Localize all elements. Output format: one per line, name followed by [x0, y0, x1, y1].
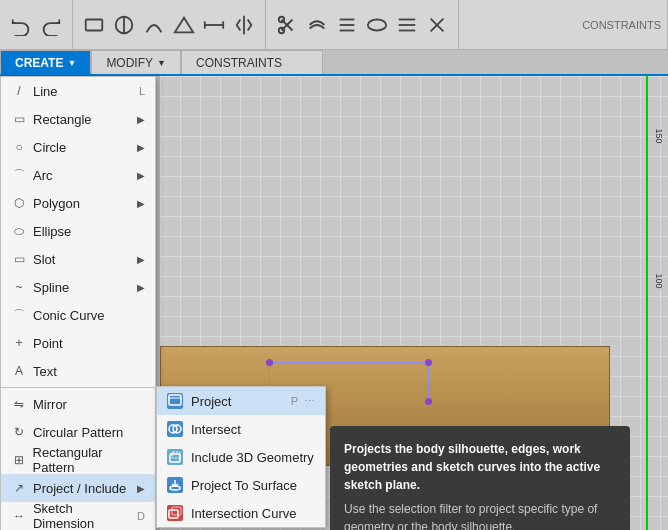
svg-marker-3 — [175, 17, 193, 32]
sketch-dimension-icon: ↔ — [11, 508, 27, 524]
tab-modify[interactable]: MODIFY ▼ — [91, 50, 181, 74]
arc-tool-icon[interactable] — [139, 7, 169, 43]
menu-item-rectangle[interactable]: ▭ Rectangle ▶ — [1, 105, 155, 133]
intersect-submenu-icon — [167, 421, 183, 437]
menu-item-sketch-dimension[interactable]: ↔ Sketch Dimension D — [1, 502, 155, 530]
svg-point-15 — [368, 19, 386, 30]
rectangle-icon: ▭ — [11, 111, 27, 127]
menu-item-polygon[interactable]: ⬡ Polygon ▶ — [1, 189, 155, 217]
conic-icon: ⌒ — [11, 307, 27, 323]
svg-rect-26 — [172, 452, 180, 458]
menu-item-arc[interactable]: ⌒ Arc ▶ — [1, 161, 155, 189]
project-submenu: Project P ⋯ Intersect Include 3D Geometr… — [156, 386, 326, 528]
sketch-point-tl — [266, 359, 273, 366]
line-icon: / — [11, 83, 27, 99]
constraint-label: CONSTRAINTS — [578, 19, 661, 31]
mirror-menu-icon: ⇋ — [11, 396, 27, 412]
constraint-section: CONSTRAINTS — [572, 0, 668, 49]
menu-item-project-include-label: Project / Include — [33, 481, 126, 496]
menu-item-rectangular-pattern-label: Rectangular Pattern — [33, 445, 145, 475]
menu-item-mirror[interactable]: ⇋ Mirror — [1, 390, 155, 418]
submenu-item-project-to-surface[interactable]: Project To Surface — [157, 471, 325, 499]
menu-item-conic-label: Conic Curve — [33, 308, 105, 323]
menu-item-slot[interactable]: ▭ Slot ▶ — [1, 245, 155, 273]
pattern-icon[interactable] — [332, 7, 362, 43]
shape-section — [73, 0, 266, 49]
circle-tool-icon[interactable] — [109, 7, 139, 43]
tab-modify-label: MODIFY — [106, 56, 153, 70]
redo-button[interactable] — [36, 7, 66, 43]
toolbar: CONSTRAINTS — [0, 0, 668, 50]
submenu-item-intersection-curve[interactable]: Intersection Curve — [157, 499, 325, 527]
spline-tool-icon[interactable] — [392, 7, 422, 43]
submenu-item-project-to-surface-label: Project To Surface — [191, 478, 297, 493]
menu-item-text-label: Text — [33, 364, 57, 379]
ellipse-menu-icon: ⬭ — [11, 223, 27, 239]
submenu-item-include-3d[interactable]: Include 3D Geometry — [157, 443, 325, 471]
spline-menu-icon: ~ — [11, 279, 27, 295]
menu-item-conic[interactable]: ⌒ Conic Curve — [1, 301, 155, 329]
tab-create-label: CREATE — [15, 56, 63, 70]
arc-menu-icon: ⌒ — [11, 167, 27, 183]
menu-item-circle[interactable]: ○ Circle ▶ — [1, 133, 155, 161]
rect-tool-icon[interactable] — [79, 7, 109, 43]
submenu-item-intersect[interactable]: Intersect — [157, 415, 325, 443]
undo-section — [0, 0, 73, 49]
undo-button[interactable] — [6, 7, 36, 43]
menu-item-rectangle-label: Rectangle — [33, 112, 92, 127]
tab-modify-arrow: ▼ — [157, 58, 166, 68]
menu-item-circular-pattern-label: Circular Pattern — [33, 425, 123, 440]
tooltip-title: Projects the body silhouette, edges, wor… — [344, 440, 616, 494]
arc-arrow: ▶ — [137, 170, 145, 181]
spline-arrow: ▶ — [137, 282, 145, 293]
tooltip-body: Use the selection filter to project spec… — [344, 500, 616, 530]
menu-item-sketch-dimension-label: Sketch Dimension — [33, 501, 137, 530]
tab-constraints-label: CONSTRAINTS — [196, 56, 282, 70]
submenu-item-project-label: Project — [191, 394, 231, 409]
dimension-tool-icon[interactable] — [199, 7, 229, 43]
project-more-icon: ⋯ — [304, 395, 315, 408]
menu-item-polygon-label: Polygon — [33, 196, 80, 211]
svg-rect-21 — [169, 395, 181, 405]
text-icon: A — [11, 363, 27, 379]
tooltip-box: Projects the body silhouette, edges, wor… — [330, 426, 630, 530]
submenu-item-project[interactable]: Project P ⋯ — [157, 387, 325, 415]
menu-item-slot-label: Slot — [33, 252, 55, 267]
tab-constraints[interactable]: CONSTRAINTS — [181, 50, 323, 74]
menu-item-line-label: Line — [33, 84, 58, 99]
menu-item-circular-pattern[interactable]: ↻ Circular Pattern — [1, 418, 155, 446]
menu-item-circle-label: Circle — [33, 140, 66, 155]
sketch-point-br — [425, 398, 432, 405]
circular-pattern-icon: ↻ — [11, 424, 27, 440]
intersection-curve-icon — [167, 505, 183, 521]
sketch-point-tr — [425, 359, 432, 366]
ellipse-tool-icon[interactable] — [362, 7, 392, 43]
menu-item-rectangular-pattern[interactable]: ⊞ Rectangular Pattern — [1, 446, 155, 474]
close-icon[interactable] — [422, 7, 452, 43]
polygon-arrow: ▶ — [137, 198, 145, 209]
triangle-tool-icon[interactable] — [169, 7, 199, 43]
slot-arrow: ▶ — [137, 254, 145, 265]
project-submenu-icon — [167, 393, 183, 409]
offset-icon[interactable] — [302, 7, 332, 43]
menu-item-arc-label: Arc — [33, 168, 53, 183]
rectangular-pattern-icon: ⊞ — [11, 452, 27, 468]
create-menu: / Line L ▭ Rectangle ▶ ○ Circle ▶ ⌒ Arc — [0, 76, 156, 530]
svg-rect-30 — [172, 507, 181, 515]
tab-create[interactable]: CREATE ▼ — [0, 50, 91, 74]
ruler-label-150: 150 — [653, 128, 663, 143]
menu-item-spline[interactable]: ~ Spline ▶ — [1, 273, 155, 301]
menu-item-line[interactable]: / Line L — [1, 77, 155, 105]
submenu-item-include-3d-label: Include 3D Geometry — [191, 450, 314, 465]
menu-item-text[interactable]: A Text — [1, 357, 155, 385]
menu-item-project-include[interactable]: ↗ Project / Include ▶ — [1, 474, 155, 502]
menu-item-point[interactable]: + Point — [1, 329, 155, 357]
menu-item-ellipse[interactable]: ⬭ Ellipse — [1, 217, 155, 245]
cut-icon[interactable] — [272, 7, 302, 43]
svg-rect-0 — [86, 19, 103, 30]
project-to-surface-icon — [167, 477, 183, 493]
menu-item-mirror-label: Mirror — [33, 397, 67, 412]
mirror-tool-icon[interactable] — [229, 7, 259, 43]
tab-bar: CREATE ▼ MODIFY ▼ CONSTRAINTS — [0, 50, 668, 76]
menu-item-point-label: Point — [33, 336, 63, 351]
